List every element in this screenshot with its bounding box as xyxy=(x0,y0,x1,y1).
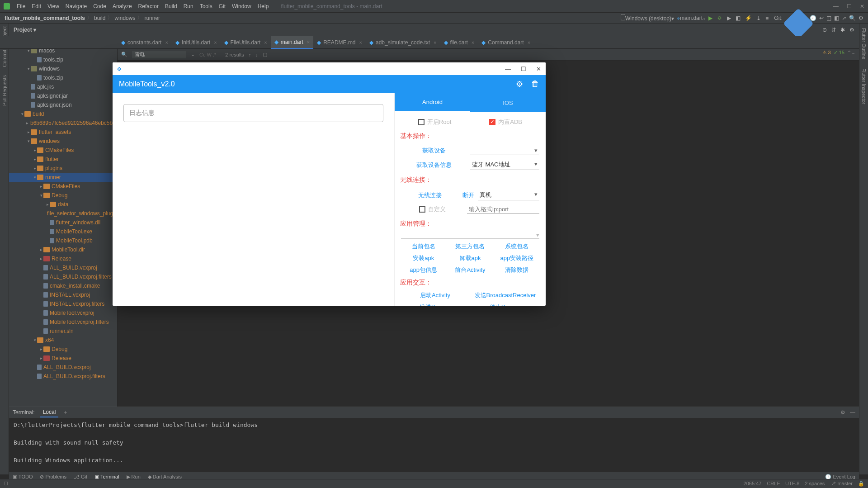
device-select[interactable]: ▾ xyxy=(470,146,539,155)
close-tab-icon[interactable]: × xyxy=(528,40,530,45)
tree-row[interactable]: ▸Release xyxy=(9,254,117,263)
tab-ios[interactable]: IOS xyxy=(470,93,546,112)
tree-row[interactable]: ▸MobileTool.dir xyxy=(9,245,117,254)
tree-row[interactable]: ▾windows xyxy=(9,137,117,146)
app-select-dropdown[interactable]: ▾ xyxy=(536,232,539,238)
tree-row[interactable]: ▸CMakeFiles xyxy=(9,146,117,155)
app-action-button[interactable]: 卸载apk xyxy=(448,254,492,262)
menu-code[interactable]: Code xyxy=(90,3,109,9)
select-opened-icon[interactable]: ⊙ xyxy=(822,27,827,33)
tree-row[interactable]: ALL_BUILD.vcxproj.filters xyxy=(9,272,117,281)
get-device-info-button[interactable]: 获取设备信息 xyxy=(401,161,467,169)
tree-row[interactable]: tools.zip xyxy=(9,73,117,82)
tree-row[interactable]: ▸flutter_assets xyxy=(9,128,117,137)
editor-tab[interactable]: ◆constants.dart× xyxy=(118,36,172,49)
close-tab-icon[interactable]: × xyxy=(214,40,217,45)
close-tab-icon[interactable]: × xyxy=(307,39,310,45)
tree-row[interactable]: ▾x64 xyxy=(9,336,117,345)
profile-icon[interactable]: ◧ xyxy=(736,15,741,21)
settings-icon[interactable]: ⚙ xyxy=(849,27,854,33)
status-branch[interactable]: ⎇ master xyxy=(830,481,853,487)
wireless-target-select[interactable]: 真机▾ xyxy=(478,190,539,200)
collapse-icon[interactable]: ✱ xyxy=(840,27,845,33)
sidebar-tab-pull-requests[interactable]: Pull Requests xyxy=(2,75,7,106)
status-encoding[interactable]: UTF-8 xyxy=(785,481,799,487)
close-tab-icon[interactable]: × xyxy=(264,40,267,45)
tree-row[interactable]: ▸plugins xyxy=(9,164,117,173)
find-input[interactable] xyxy=(132,51,186,58)
terminal-hide-icon[interactable]: — xyxy=(850,409,855,416)
interact-action-button[interactable]: 启动Activity xyxy=(401,291,469,299)
sidebar-tab-flutter-outline[interactable]: Flutter Outline xyxy=(861,28,867,59)
tree-row[interactable]: ▾windows xyxy=(9,64,117,73)
stop-icon[interactable]: ■ xyxy=(765,15,769,21)
breadcrumb-item[interactable]: flutter_mobile_command_tools xyxy=(5,15,85,21)
get-device-button[interactable]: 获取设备 xyxy=(401,147,467,155)
interact-action-button[interactable]: 发送BroadcastReceiver xyxy=(471,291,539,299)
find-next-icon[interactable]: ↓ xyxy=(255,52,258,57)
menu-tools[interactable]: Tools xyxy=(197,3,216,9)
window-minimize-icon[interactable]: — xyxy=(833,3,839,9)
appbar-settings-icon[interactable]: ⚙ xyxy=(516,79,523,89)
popup-minimize-icon[interactable]: — xyxy=(505,66,511,72)
terminal-settings-icon[interactable]: ⚙ xyxy=(840,409,845,416)
app-action-button[interactable]: 前台Activity xyxy=(448,266,492,274)
wireless-connect-button[interactable]: 无线连接 xyxy=(401,191,459,199)
toolbar-icon[interactable]: ◫ xyxy=(826,15,831,21)
checkbox-custom[interactable] xyxy=(419,206,425,213)
tree-row[interactable]: ▾runner xyxy=(9,173,117,182)
app-action-button[interactable]: app安装路径 xyxy=(495,254,539,262)
window-close-icon[interactable]: ✕ xyxy=(860,3,864,9)
tree-row[interactable]: ▾build xyxy=(9,109,117,118)
app-action-button[interactable]: 系统包名 xyxy=(495,242,539,251)
tree-row[interactable]: MobileTool.vcxproj xyxy=(9,308,117,317)
tree-row[interactable]: apksigner.json xyxy=(9,100,117,109)
tree-row[interactable]: cmake_install.cmake xyxy=(9,281,117,290)
warning-badge[interactable]: ⚠ 3 xyxy=(822,50,831,56)
interact-action-button[interactable]: 停止Service xyxy=(471,303,539,306)
editor-tab[interactable]: ◆adb_simulate_code.txt× xyxy=(366,36,440,49)
toolbar-icon[interactable]: ↗ xyxy=(842,15,846,21)
tree-row[interactable]: ▸flutter xyxy=(9,155,117,164)
tree-row[interactable]: flutter_windows.dll xyxy=(9,218,117,227)
breadcrumb-item[interactable]: build xyxy=(94,15,105,21)
popup-close-icon[interactable]: ✕ xyxy=(536,66,541,72)
debug-button-icon[interactable]: ⛭ xyxy=(717,15,722,21)
app-action-button[interactable]: 当前包名 xyxy=(401,242,446,251)
app-action-button[interactable]: app包信息 xyxy=(401,266,446,274)
ip-port-input[interactable] xyxy=(467,205,539,214)
tree-row[interactable]: ▸Debug xyxy=(9,345,117,354)
tree-row[interactable]: ALL_BUILD.vcxproj xyxy=(9,363,117,372)
editor-tab[interactable]: ◆file.dart× xyxy=(440,36,478,49)
hot-reload-icon[interactable]: ⚡ xyxy=(745,15,752,21)
tree-row[interactable]: INSTALL.vcxproj xyxy=(9,290,117,299)
editor-tab[interactable]: ◆Command.dart× xyxy=(478,36,534,49)
menu-analyze[interactable]: Analyze xyxy=(109,3,135,9)
menu-run[interactable]: Run xyxy=(180,3,197,9)
menu-view[interactable]: View xyxy=(44,3,62,9)
menu-git[interactable]: Git xyxy=(216,3,229,9)
status-position[interactable]: 2065:47 xyxy=(744,481,762,487)
window-maximize-icon[interactable]: ☐ xyxy=(847,3,852,9)
close-tab-icon[interactable]: × xyxy=(434,40,436,45)
status-lock-icon[interactable]: 🔒 xyxy=(858,481,864,487)
tree-row[interactable]: ▸CMakeFiles xyxy=(9,182,117,191)
log-output-box[interactable]: 日志信息 xyxy=(123,104,383,122)
close-tab-icon[interactable]: × xyxy=(359,40,362,45)
sidebar-tab-flutter-inspector[interactable]: Flutter Inspector xyxy=(861,68,867,104)
tree-row[interactable]: MobileTool.vcxproj.filters xyxy=(9,317,117,327)
menu-help[interactable]: Help xyxy=(255,3,272,9)
search-everywhere-icon[interactable]: 🔍 xyxy=(849,15,856,21)
tree-row[interactable]: apk.jks xyxy=(9,82,117,91)
project-tree[interactable]: tools.zip▾macostools.zip▾windowstools.zi… xyxy=(9,36,118,407)
coverage-icon[interactable]: ▶ xyxy=(727,15,731,21)
device-info-select[interactable]: 蓝牙 MAC地址▾ xyxy=(470,160,539,170)
app-action-button[interactable]: 清除数据 xyxy=(495,266,539,274)
menu-file[interactable]: File xyxy=(14,3,28,9)
tree-row[interactable]: INSTALL.vcxproj.filters xyxy=(9,299,117,308)
toolbar-icon[interactable]: ◧ xyxy=(834,15,839,21)
app-action-button[interactable]: 安装apk xyxy=(401,254,446,262)
tree-row[interactable]: runner.sln xyxy=(9,327,117,336)
appbar-delete-icon[interactable]: 🗑 xyxy=(531,79,539,89)
menu-edit[interactable]: Edit xyxy=(28,3,44,9)
